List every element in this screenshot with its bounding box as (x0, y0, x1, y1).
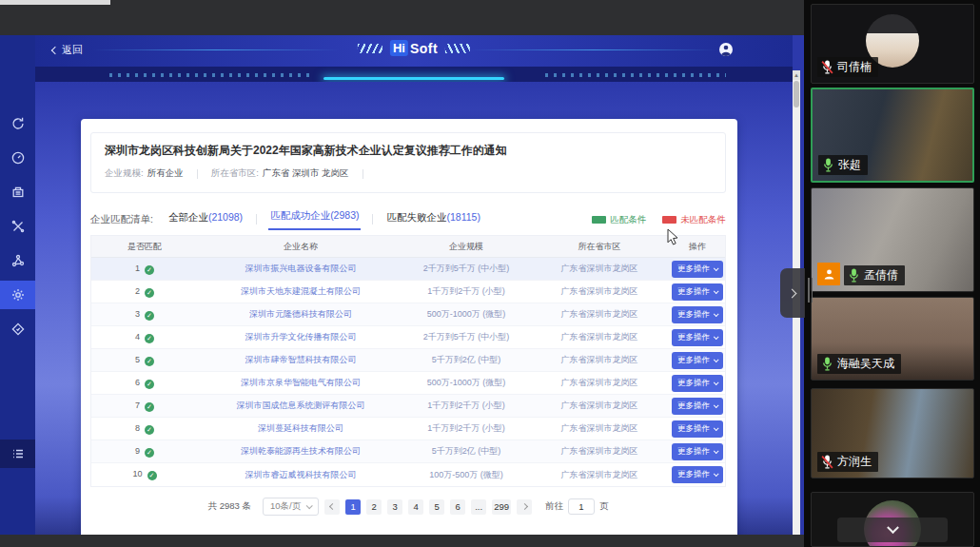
row-number: 7 (135, 400, 140, 410)
table-row[interactable]: 4✓深圳市升学文化传播有限公司2千万到5千万 (中小型)广东省深圳市龙岗区更多操… (91, 326, 725, 349)
divider (256, 214, 257, 225)
company-name-link[interactable]: 深圳市元隆德科技有限公司 (249, 309, 352, 319)
scroll-up-icon[interactable]: ▲ (793, 70, 800, 80)
page-ellipsis[interactable]: ... (471, 499, 486, 515)
mic-on-icon (848, 268, 860, 283)
company-name-link[interactable]: 深圳市振兴电器设备有限公司 (245, 264, 357, 273)
match-check-icon: ✓ (145, 311, 154, 321)
company-scale-cell: 5千万到2亿 (中型) (403, 445, 529, 458)
row-number: 1 (135, 264, 140, 273)
network-icon[interactable] (0, 246, 35, 275)
match-status-cell: 3✓ (91, 309, 198, 321)
more-actions-label: 更多操作 (677, 446, 710, 458)
participant-name-label: 方润生 (817, 452, 878, 472)
match-status-cell: 5✓ (91, 355, 198, 366)
table-row[interactable]: 1✓深圳市振兴电器设备有限公司2千万到5千万 (中小型)广东省深圳市龙岗区更多操… (91, 258, 725, 281)
page-button[interactable]: 4 (408, 499, 423, 515)
page-button[interactable]: 5 (429, 499, 444, 515)
next-page-button[interactable] (517, 499, 532, 515)
row-number: 3 (135, 309, 140, 319)
page-button[interactable]: 3 (387, 499, 402, 515)
more-actions-button[interactable]: 更多操作 (672, 375, 723, 392)
company-name-link[interactable]: 深圳蔓延科技有限公司 (258, 423, 343, 433)
participant-tile[interactable]: 孟倩倩 (811, 187, 974, 292)
more-actions-button[interactable]: 更多操作 (672, 443, 723, 460)
tools-icon[interactable] (0, 212, 35, 241)
filter-value[interactable]: 广东省 深圳市 龙岗区 (263, 167, 349, 180)
participant-name: 张超 (838, 157, 861, 173)
table-row[interactable]: 6✓深圳市京泉华智能电气有限公司500万-1000万 (微型)广东省深圳市龙岗区… (91, 372, 725, 395)
panel-resize-grip[interactable] (808, 278, 813, 303)
company-name-cell: 深圳市天地东建混凝土有限公司 (198, 285, 403, 298)
participant-tile[interactable]: 张超 (811, 88, 974, 183)
more-actions-button[interactable]: 更多操作 (672, 329, 723, 346)
table-row[interactable]: 8✓深圳蔓延科技有限公司1千万到2千万 (小型)广东省深圳市龙岗区更多操作 (91, 418, 725, 440)
table-row[interactable]: 9✓深圳乾泰能源再生技术有限公司5千万到2亿 (中型)广东省深圳市龙岗区更多操作 (91, 440, 725, 463)
table-row[interactable]: 3✓深圳市元隆德科技有限公司500万-1000万 (微型)广东省深圳市龙岗区更多… (91, 303, 725, 326)
divider (197, 169, 198, 179)
more-actions-button[interactable]: 更多操作 (672, 352, 723, 369)
user-account-icon[interactable] (718, 42, 734, 57)
scrollbar-thumb[interactable] (794, 81, 799, 107)
legend-swatch (592, 216, 606, 224)
action-cell: 更多操作 (670, 306, 725, 323)
refresh-icon[interactable] (0, 109, 35, 138)
more-actions-button[interactable]: 更多操作 (672, 398, 723, 415)
tab-1[interactable]: 全部企业(21098) (167, 211, 245, 230)
table-row[interactable]: 5✓深圳市肆帝智慧科技有限公司5千万到2亿 (中型)广东省深圳市龙岗区更多操作 (91, 349, 725, 372)
gauge-icon[interactable] (0, 144, 35, 172)
tab-2[interactable]: 匹配成功企业(2983) (268, 209, 361, 230)
participant-tile[interactable]: 司倩楠 (811, 4, 974, 84)
company-name-link[interactable]: 深圳市京泉华智能电气有限公司 (241, 378, 361, 387)
table-row[interactable]: 2✓深圳市天地东建混凝土有限公司1千万到2千万 (小型)广东省深圳市龙岗区更多操… (91, 281, 725, 303)
share-letterbox (0, 535, 804, 547)
page-button[interactable]: 6 (450, 499, 465, 515)
more-actions-button[interactable]: 更多操作 (672, 283, 723, 301)
column-header: 企业名称 (198, 241, 403, 253)
match-status-cell: 1✓ (91, 264, 198, 275)
page-button[interactable]: 299 (492, 499, 511, 515)
match-check-icon: ✓ (145, 334, 154, 343)
page-button[interactable]: 2 (366, 499, 382, 515)
match-status-cell: 2✓ (91, 286, 198, 298)
more-actions-button[interactable]: 更多操作 (672, 420, 723, 438)
company-name-link[interactable]: 深圳乾泰能源再生技术有限公司 (241, 446, 361, 456)
company-scale-cell: 2千万到5千万 (中小型) (403, 263, 529, 275)
match-check-icon: ✓ (145, 380, 154, 389)
participant-tile[interactable]: 海融吴天成 (811, 297, 974, 381)
chevron-down-icon (714, 265, 719, 271)
prev-page-button[interactable] (324, 499, 340, 515)
company-name-link[interactable]: 深圳市国成信息系统测评有限公司 (237, 400, 365, 410)
filter-value[interactable]: 所有企业 (147, 167, 184, 180)
company-name-link[interactable]: 深圳市升学文化传播有限公司 (245, 332, 357, 342)
match-check-icon: ✓ (145, 402, 154, 412)
company-region-cell: 广东省深圳市龙岗区 (529, 308, 670, 321)
action-cell: 更多操作 (670, 443, 725, 460)
documents-icon[interactable] (0, 178, 35, 206)
company-name-link[interactable]: 深圳市肆帝智慧科技有限公司 (245, 355, 357, 364)
more-actions-button[interactable]: 更多操作 (672, 466, 723, 483)
match-status-cell: 9✓ (91, 446, 198, 458)
table-row[interactable]: 10✓深圳市睿迈威视科技有限公司100万-500万 (微型)广东省深圳市龙岗区更… (91, 463, 725, 486)
more-actions-button[interactable]: 更多操作 (672, 306, 723, 323)
more-actions-label: 更多操作 (677, 469, 710, 480)
scroll-participants-button[interactable] (837, 518, 948, 542)
header-decor-band (35, 67, 793, 82)
goto-page-input[interactable] (568, 498, 595, 515)
page-size-select[interactable]: 10条/页 (263, 498, 319, 516)
back-button[interactable]: 返回 (52, 43, 83, 57)
table-row[interactable]: 7✓深圳市国成信息系统测评有限公司1千万到2千万 (小型)广东省深圳市龙岗区更多… (91, 395, 725, 418)
participant-tile[interactable] (811, 492, 974, 547)
tab-3[interactable]: 匹配失败企业(18115) (384, 211, 481, 230)
gear-icon-active[interactable] (0, 281, 35, 309)
list-menu-icon[interactable] (0, 440, 35, 468)
page-button[interactable]: 1 (345, 499, 361, 515)
company-name-link[interactable]: 深圳市天地东建混凝土有限公司 (241, 286, 361, 296)
tag-icon[interactable] (0, 315, 35, 343)
action-cell: 更多操作 (670, 420, 725, 438)
company-name-link[interactable]: 深圳市睿迈威视科技有限公司 (245, 470, 357, 479)
more-actions-button[interactable]: 更多操作 (672, 261, 723, 278)
participant-tile[interactable]: 方润生 (811, 388, 974, 479)
notice-box: 深圳市龙岗区科技创新局关于2022年国家高新技术企业认定复议推荐工作的通知 企业… (90, 132, 726, 193)
panel-collapse-handle[interactable] (780, 268, 805, 318)
